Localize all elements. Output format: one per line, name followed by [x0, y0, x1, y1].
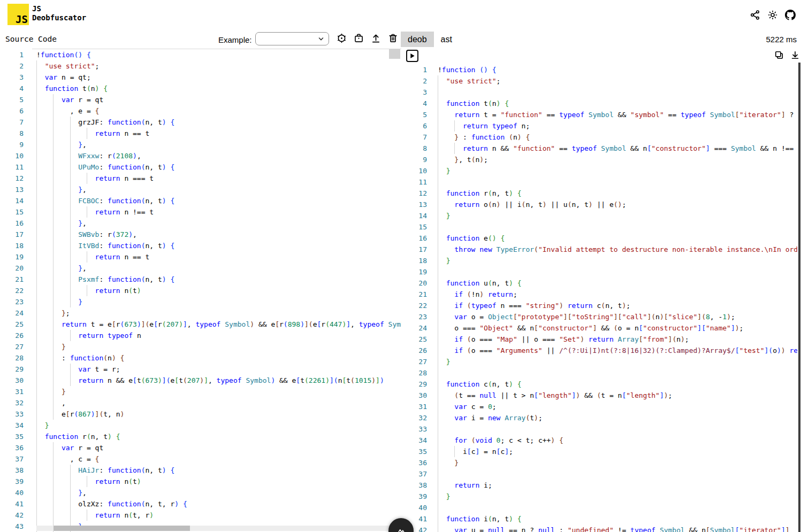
line-number: 35 — [0, 431, 24, 442]
indent-guide — [36, 285, 37, 296]
indent-guide — [36, 487, 37, 498]
github-icon[interactable] — [785, 10, 796, 20]
output-editor-vertical-scrollbar[interactable] — [798, 63, 800, 532]
indent-guide — [53, 397, 54, 408]
source-editor[interactable]: 1234567891011121314151617181920212223242… — [0, 49, 401, 532]
line-number: 6 — [406, 120, 427, 132]
example-select[interactable] — [255, 32, 329, 45]
indent-guide — [53, 487, 54, 498]
indent-guide — [438, 367, 438, 379]
trash-icon[interactable] — [387, 33, 399, 44]
tab-deob[interactable]: deob — [401, 32, 434, 47]
code-line: } : function (n) { — [438, 132, 797, 143]
line-number: 6 — [0, 105, 24, 117]
code-line: var t = r; — [36, 364, 401, 375]
code-line: !function() { — [36, 49, 401, 60]
source-editor-horizontal-scrollbar[interactable] — [36, 526, 401, 531]
indent-guide — [53, 510, 54, 521]
indent-guide — [87, 510, 87, 521]
download-icon[interactable] — [790, 50, 800, 60]
toolbar-action-icons — [336, 33, 399, 44]
indent-guide — [70, 510, 71, 521]
indent-guide — [454, 446, 455, 457]
output-icons — [774, 50, 800, 60]
code-line: function i(n, t) { — [438, 513, 797, 525]
code-line: var r = qt — [36, 442, 401, 453]
line-number: 35 — [406, 446, 427, 457]
line-number: 25 — [0, 319, 24, 330]
line-number: 5 — [0, 94, 24, 105]
indent-guide — [36, 364, 37, 375]
theme-brightness-icon[interactable] — [767, 10, 778, 20]
indent-guide — [438, 446, 438, 457]
indent-guide — [438, 277, 438, 289]
line-number: 30 — [406, 390, 427, 401]
play-icon[interactable] — [406, 50, 418, 62]
upload-icon[interactable] — [370, 33, 382, 44]
code-line: return t = "function" == typeof Symbol &… — [438, 109, 797, 120]
source-editor-vertical-scrollbar[interactable] — [389, 49, 400, 59]
line-number: 13 — [0, 184, 24, 195]
line-number: 15 — [406, 221, 427, 233]
code-line: var r = qt — [36, 94, 401, 105]
app-title-line1: JS — [32, 4, 86, 13]
indent-guide — [87, 285, 87, 296]
indent-guide — [36, 397, 37, 408]
line-number: 36 — [406, 457, 427, 468]
indent-guide — [438, 120, 438, 132]
code-line: var u = null == n ? null : "undefined" !… — [438, 525, 797, 532]
indent-guide — [36, 251, 37, 263]
code-line — [438, 423, 797, 435]
code-line: function u(n, t) { — [438, 277, 797, 289]
line-number: 11 — [406, 176, 427, 188]
indent-guide — [36, 352, 37, 364]
line-number: 11 — [0, 161, 24, 173]
indent-guide — [36, 442, 37, 453]
indent-guide — [36, 296, 37, 307]
indent-guide — [36, 72, 37, 83]
output-editor[interactable]: 1234567891011121314151617181920212223242… — [406, 64, 797, 532]
header-icons — [750, 10, 796, 20]
code-line: WFxxw: r(2108), — [36, 150, 401, 161]
code-line — [438, 502, 797, 513]
line-number: 1 — [406, 64, 427, 75]
line-number: 21 — [0, 274, 24, 285]
indent-guide — [36, 128, 37, 139]
indent-guide — [438, 255, 438, 266]
indent-guide — [36, 139, 37, 150]
indent-guide — [70, 263, 71, 274]
code-line: return n == t — [36, 128, 401, 139]
line-number: 15 — [0, 206, 24, 218]
code-line: grzJF: function(n, t) { — [36, 117, 401, 128]
paste-icon[interactable] — [353, 33, 364, 44]
indent-guide — [438, 525, 438, 532]
line-number: 40 — [0, 487, 24, 498]
line-number: 5 — [406, 109, 427, 120]
code-line: , c = { — [36, 453, 401, 465]
share-icon[interactable] — [750, 10, 760, 20]
tab-ast[interactable]: ast — [434, 32, 459, 47]
horizontal-scrollbar-thumb[interactable] — [54, 526, 190, 531]
code-line: } — [36, 420, 401, 431]
copy-icon[interactable] — [774, 50, 784, 60]
code-line: if (o === "Arguments" || /^(?:Ui|I)nt(?:… — [438, 345, 797, 356]
code-line: } — [438, 356, 797, 367]
line-number: 32 — [406, 412, 427, 423]
code-line: } — [438, 165, 797, 176]
indent-guide — [53, 251, 54, 263]
indent-guide — [36, 274, 37, 285]
code-line: return n(t) — [36, 285, 401, 296]
code-line: var n = qt; — [36, 72, 401, 83]
indent-guide — [53, 364, 54, 375]
indent-guide — [53, 442, 54, 453]
line-number: 42 — [0, 510, 24, 521]
code-line: return n && "function" == typeof Symbol … — [438, 143, 797, 154]
code-line: : function(n) { — [36, 352, 401, 364]
indent-guide — [36, 94, 37, 105]
settings-icon[interactable] — [336, 33, 347, 44]
indent-guide — [36, 330, 37, 341]
indent-guide — [36, 195, 37, 206]
indent-guide — [70, 161, 71, 173]
line-number: 23 — [0, 296, 24, 307]
indent-guide — [53, 128, 54, 139]
